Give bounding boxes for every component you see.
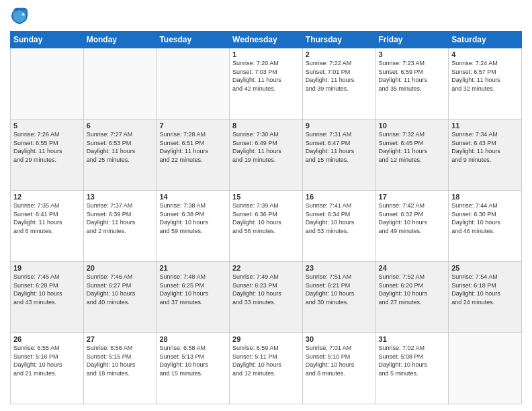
day-info: Sunrise: 7:32 AM Sunset: 6:45 PM Dayligh… <box>379 130 446 164</box>
calendar-week-3: 12Sunrise: 7:35 AM Sunset: 6:41 PM Dayli… <box>11 191 522 262</box>
weekday-header-monday: Monday <box>83 32 157 48</box>
calendar-cell: 9Sunrise: 7:31 AM Sunset: 6:47 PM Daylig… <box>302 120 375 191</box>
calendar-cell: 19Sunrise: 7:45 AM Sunset: 6:28 PM Dayli… <box>11 262 84 333</box>
day-number: 19 <box>13 264 81 272</box>
day-number: 21 <box>159 264 226 272</box>
weekday-header-row: SundayMondayTuesdayWednesdayThursdayFrid… <box>11 32 522 48</box>
header <box>10 7 522 26</box>
day-info: Sunrise: 7:49 AM Sunset: 6:23 PM Dayligh… <box>232 273 300 306</box>
weekday-header-wednesday: Wednesday <box>230 32 303 48</box>
calendar-cell: 18Sunrise: 7:44 AM Sunset: 6:30 PM Dayli… <box>449 191 522 262</box>
page: SundayMondayTuesdayWednesdayThursdayFrid… <box>0 0 532 411</box>
calendar-cell: 16Sunrise: 7:41 AM Sunset: 6:34 PM Dayli… <box>302 191 375 262</box>
day-number: 16 <box>306 193 373 201</box>
day-number: 10 <box>379 122 446 130</box>
day-info: Sunrise: 7:39 AM Sunset: 6:36 PM Dayligh… <box>232 201 300 235</box>
calendar-cell: 27Sunrise: 6:56 AM Sunset: 5:15 PM Dayli… <box>83 333 157 404</box>
day-number: 11 <box>451 122 519 130</box>
day-number: 8 <box>232 122 300 130</box>
day-number: 12 <box>13 193 81 201</box>
weekday-header-friday: Friday <box>375 32 449 48</box>
calendar-cell: 11Sunrise: 7:34 AM Sunset: 6:43 PM Dayli… <box>449 120 522 191</box>
day-number: 31 <box>379 335 446 343</box>
calendar-cell: 25Sunrise: 7:54 AM Sunset: 6:18 PM Dayli… <box>449 262 522 333</box>
day-info: Sunrise: 7:24 AM Sunset: 6:57 PM Dayligh… <box>451 59 519 93</box>
day-number: 1 <box>232 50 300 58</box>
calendar-cell <box>83 48 157 120</box>
calendar-cell: 28Sunrise: 6:58 AM Sunset: 5:13 PM Dayli… <box>157 333 230 404</box>
logo-icon <box>10 7 29 26</box>
calendar-cell <box>449 333 522 404</box>
calendar-week-2: 5Sunrise: 7:26 AM Sunset: 6:55 PM Daylig… <box>11 120 522 191</box>
calendar-cell: 6Sunrise: 7:27 AM Sunset: 6:53 PM Daylig… <box>83 120 157 191</box>
day-info: Sunrise: 7:20 AM Sunset: 7:03 PM Dayligh… <box>232 59 300 93</box>
day-info: Sunrise: 7:23 AM Sunset: 6:59 PM Dayligh… <box>379 59 446 93</box>
day-number: 17 <box>379 193 446 201</box>
calendar-cell <box>11 48 84 120</box>
calendar-cell: 20Sunrise: 7:46 AM Sunset: 6:27 PM Dayli… <box>83 262 157 333</box>
calendar-cell: 10Sunrise: 7:32 AM Sunset: 6:45 PM Dayli… <box>375 120 449 191</box>
day-info: Sunrise: 7:28 AM Sunset: 6:51 PM Dayligh… <box>159 130 226 164</box>
day-number: 15 <box>232 193 300 201</box>
day-number: 26 <box>13 335 81 343</box>
day-info: Sunrise: 6:56 AM Sunset: 5:15 PM Dayligh… <box>87 344 154 377</box>
weekday-header-tuesday: Tuesday <box>157 32 230 48</box>
day-info: Sunrise: 7:54 AM Sunset: 6:18 PM Dayligh… <box>451 273 519 306</box>
day-info: Sunrise: 6:58 AM Sunset: 5:13 PM Dayligh… <box>159 344 226 377</box>
day-number: 27 <box>87 335 154 343</box>
calendar-week-4: 19Sunrise: 7:45 AM Sunset: 6:28 PM Dayli… <box>11 262 522 333</box>
day-number: 4 <box>451 50 519 58</box>
weekday-header-sunday: Sunday <box>11 32 84 48</box>
day-number: 3 <box>379 50 446 58</box>
day-number: 9 <box>306 122 373 130</box>
day-info: Sunrise: 7:34 AM Sunset: 6:43 PM Dayligh… <box>451 130 519 164</box>
day-info: Sunrise: 6:59 AM Sunset: 5:11 PM Dayligh… <box>232 344 300 377</box>
calendar-cell: 14Sunrise: 7:38 AM Sunset: 6:38 PM Dayli… <box>157 191 230 262</box>
day-info: Sunrise: 7:51 AM Sunset: 6:21 PM Dayligh… <box>306 273 373 306</box>
day-number: 22 <box>232 264 300 272</box>
day-number: 24 <box>379 264 446 272</box>
calendar-cell: 21Sunrise: 7:48 AM Sunset: 6:25 PM Dayli… <box>157 262 230 333</box>
calendar-table: SundayMondayTuesdayWednesdayThursdayFrid… <box>10 31 522 404</box>
day-info: Sunrise: 7:01 AM Sunset: 5:10 PM Dayligh… <box>306 344 373 377</box>
calendar-cell: 3Sunrise: 7:23 AM Sunset: 6:59 PM Daylig… <box>375 48 449 120</box>
calendar-week-5: 26Sunrise: 6:55 AM Sunset: 5:16 PM Dayli… <box>11 333 522 404</box>
calendar-cell <box>157 48 230 120</box>
day-info: Sunrise: 7:52 AM Sunset: 6:20 PM Dayligh… <box>379 273 446 306</box>
day-number: 30 <box>306 335 373 343</box>
calendar-cell: 30Sunrise: 7:01 AM Sunset: 5:10 PM Dayli… <box>302 333 375 404</box>
calendar-cell: 13Sunrise: 7:37 AM Sunset: 6:39 PM Dayli… <box>83 191 157 262</box>
day-number: 13 <box>87 193 154 201</box>
day-number: 18 <box>451 193 519 201</box>
calendar-cell: 26Sunrise: 6:55 AM Sunset: 5:16 PM Dayli… <box>11 333 84 404</box>
calendar-cell: 12Sunrise: 7:35 AM Sunset: 6:41 PM Dayli… <box>11 191 84 262</box>
day-info: Sunrise: 7:38 AM Sunset: 6:38 PM Dayligh… <box>159 201 226 235</box>
calendar-cell: 8Sunrise: 7:30 AM Sunset: 6:49 PM Daylig… <box>230 120 303 191</box>
day-info: Sunrise: 7:48 AM Sunset: 6:25 PM Dayligh… <box>159 273 226 306</box>
day-number: 20 <box>87 264 154 272</box>
calendar-cell: 7Sunrise: 7:28 AM Sunset: 6:51 PM Daylig… <box>157 120 230 191</box>
calendar-cell: 2Sunrise: 7:22 AM Sunset: 7:01 PM Daylig… <box>302 48 375 120</box>
calendar-week-1: 1Sunrise: 7:20 AM Sunset: 7:03 PM Daylig… <box>11 48 522 120</box>
weekday-header-saturday: Saturday <box>449 32 522 48</box>
day-number: 2 <box>306 50 373 58</box>
day-info: Sunrise: 7:35 AM Sunset: 6:41 PM Dayligh… <box>13 201 81 235</box>
day-info: Sunrise: 7:46 AM Sunset: 6:27 PM Dayligh… <box>87 273 154 306</box>
day-number: 25 <box>451 264 519 272</box>
day-info: Sunrise: 7:31 AM Sunset: 6:47 PM Dayligh… <box>306 130 373 164</box>
calendar-cell: 23Sunrise: 7:51 AM Sunset: 6:21 PM Dayli… <box>302 262 375 333</box>
logo <box>10 7 32 26</box>
day-number: 7 <box>159 122 226 130</box>
day-info: Sunrise: 7:22 AM Sunset: 7:01 PM Dayligh… <box>306 59 373 93</box>
day-number: 29 <box>232 335 300 343</box>
day-info: Sunrise: 7:37 AM Sunset: 6:39 PM Dayligh… <box>87 201 154 235</box>
calendar-cell: 24Sunrise: 7:52 AM Sunset: 6:20 PM Dayli… <box>375 262 449 333</box>
day-number: 14 <box>159 193 226 201</box>
day-number: 23 <box>306 264 373 272</box>
calendar-cell: 5Sunrise: 7:26 AM Sunset: 6:55 PM Daylig… <box>11 120 84 191</box>
day-info: Sunrise: 7:41 AM Sunset: 6:34 PM Dayligh… <box>306 201 373 235</box>
calendar-cell: 17Sunrise: 7:42 AM Sunset: 6:32 PM Dayli… <box>375 191 449 262</box>
calendar-cell: 4Sunrise: 7:24 AM Sunset: 6:57 PM Daylig… <box>449 48 522 120</box>
day-number: 28 <box>159 335 226 343</box>
calendar-cell: 22Sunrise: 7:49 AM Sunset: 6:23 PM Dayli… <box>230 262 303 333</box>
